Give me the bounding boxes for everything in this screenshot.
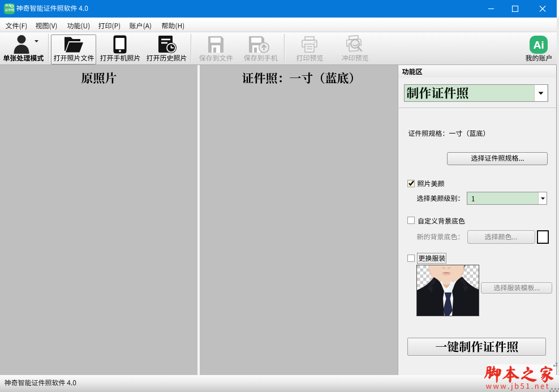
svg-text:Ai: Ai	[534, 39, 544, 51]
